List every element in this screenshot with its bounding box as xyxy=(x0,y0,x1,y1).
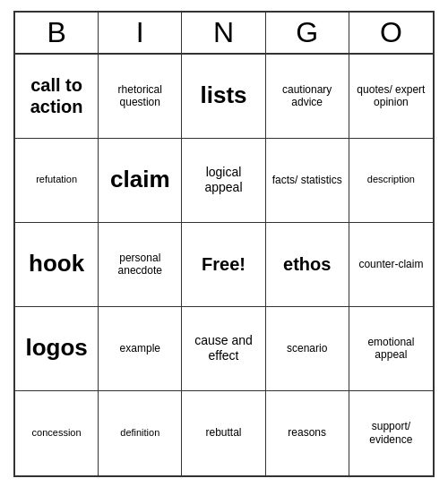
bingo-cell: reasons xyxy=(266,391,349,475)
bingo-cell: cautionary advice xyxy=(266,55,349,139)
bingo-cell: call to action xyxy=(15,55,99,139)
bingo-cell: personal anecdote xyxy=(99,223,182,307)
cell-text: scenario xyxy=(287,342,327,355)
cell-text: facts/ statistics xyxy=(272,174,342,186)
cell-text: claim xyxy=(110,166,170,193)
bingo-cell: cause and effect xyxy=(182,307,265,391)
bingo-cell: facts/ statistics xyxy=(266,139,349,223)
cell-text: example xyxy=(120,342,160,355)
cell-text: Free! xyxy=(202,253,246,275)
bingo-cell: rhetorical question xyxy=(99,55,182,139)
bingo-cell: Free! xyxy=(182,223,265,307)
bingo-cell: definition xyxy=(99,391,182,475)
cell-text: cause and effect xyxy=(185,333,261,363)
header-letter-O: O xyxy=(349,13,433,53)
bingo-grid: call to actionrhetorical questionlistsca… xyxy=(15,55,433,475)
bingo-cell: support/ evidence xyxy=(349,391,433,475)
cell-text: quotes/ expert opinion xyxy=(353,83,429,109)
cell-text: description xyxy=(367,174,415,185)
bingo-header: BINGO xyxy=(15,13,433,55)
cell-text: lists xyxy=(200,81,246,109)
cell-text: cautionary advice xyxy=(270,83,345,109)
bingo-cell: quotes/ expert opinion xyxy=(349,55,433,139)
cell-text: emotional appeal xyxy=(353,336,429,362)
bingo-cell: counter-claim xyxy=(349,223,433,307)
cell-text: ethos xyxy=(283,253,331,275)
bingo-cell: logical appeal xyxy=(182,139,265,223)
cell-text: logical appeal xyxy=(185,165,261,195)
cell-text: rebuttal xyxy=(205,426,241,439)
bingo-cell: ethos xyxy=(266,223,349,307)
cell-text: rhetorical question xyxy=(102,83,177,109)
cell-text: reasons xyxy=(288,426,326,439)
header-letter-G: G xyxy=(266,13,349,53)
bingo-cell: claim xyxy=(99,139,182,223)
bingo-cell: hook xyxy=(15,223,99,307)
bingo-cell: description xyxy=(349,139,433,223)
bingo-cell: concession xyxy=(15,391,99,475)
bingo-cell: example xyxy=(99,307,182,391)
bingo-card: BINGO call to actionrhetorical questionl… xyxy=(13,11,435,477)
cell-text: definition xyxy=(120,427,159,439)
cell-text: logos xyxy=(25,334,87,362)
bingo-cell: emotional appeal xyxy=(349,307,433,391)
bingo-cell: rebuttal xyxy=(182,391,265,475)
cell-text: concession xyxy=(32,427,82,439)
header-letter-N: N xyxy=(182,13,265,53)
cell-text: refutation xyxy=(36,174,77,185)
bingo-cell: lists xyxy=(182,55,265,139)
cell-text: hook xyxy=(29,250,84,278)
header-letter-I: I xyxy=(99,13,182,53)
header-letter-B: B xyxy=(15,13,99,53)
bingo-cell: refutation xyxy=(15,139,99,223)
cell-text: support/ evidence xyxy=(353,420,429,446)
bingo-cell: scenario xyxy=(266,307,349,391)
bingo-cell: logos xyxy=(15,307,99,391)
cell-text: counter-claim xyxy=(358,258,423,270)
cell-text: call to action xyxy=(19,74,94,117)
cell-text: personal anecdote xyxy=(102,252,177,278)
